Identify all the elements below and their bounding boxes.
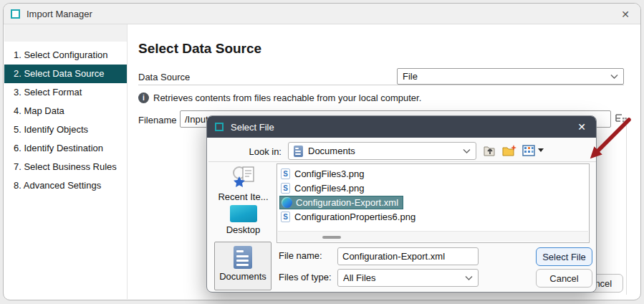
new-folder-icon[interactable] — [501, 143, 517, 158]
file-row[interactable]: ConfigFiles3.png — [277, 166, 589, 181]
file-row[interactable]: ConfigFiles4.png — [277, 181, 589, 195]
file-selection-highlight: Configuration-Export.xml — [279, 196, 403, 209]
import-manager-logo-icon — [11, 9, 20, 19]
page-title: Select Data Source — [138, 41, 261, 57]
file-name-label: File name: — [279, 248, 322, 264]
scrollbar-handle[interactable] — [322, 236, 341, 239]
files-of-type-label: Files of type: — [279, 270, 332, 285]
place-label: Desktop — [226, 224, 261, 235]
place-documents[interactable]: Documents — [214, 242, 271, 290]
documents-small-icon — [294, 146, 303, 157]
select-file-button-label: Select File — [542, 252, 586, 262]
place-label: Recent Ite... — [218, 191, 268, 202]
up-one-level-icon[interactable] — [482, 143, 498, 158]
select-file-dialog: Select File ✕ Look in: Documents — [206, 115, 597, 293]
data-source-value: File — [403, 71, 418, 82]
file-name: ConfigFiles3.png — [294, 168, 365, 179]
dialog-title: Select File — [231, 122, 274, 133]
places-panel: Recent Ite... Desktop Documents — [213, 163, 274, 293]
look-in-value: Documents — [308, 146, 355, 156]
data-source-select[interactable]: File — [397, 68, 624, 85]
place-desktop[interactable]: Desktop — [213, 205, 274, 235]
file-name: Configuration-Export.xml — [296, 197, 398, 208]
edge-file-icon — [282, 197, 292, 208]
sidebar-item-identify-objects[interactable]: 5. Identify Objects — [4, 120, 127, 139]
look-in-select[interactable]: Documents — [288, 142, 476, 160]
sidebar-top-strip — [4, 24, 127, 42]
place-recent-items[interactable]: Recent Ite... — [213, 165, 274, 202]
data-source-info-text: Retrieves contents from files reachable … — [153, 92, 421, 103]
sidebar-item-select-data-source[interactable]: 2. Select Data Source — [4, 65, 127, 83]
sidebar-item-map-data[interactable]: 4. Map Data — [4, 102, 127, 120]
file-row-selected[interactable]: Configuration-Export.xml — [277, 195, 589, 209]
snagit-file-icon — [281, 212, 290, 222]
file-name: ConfigurationProperties6.png — [294, 212, 415, 222]
sidebar-item-identify-destination[interactable]: 6. Identify Destination — [4, 139, 127, 158]
horizontal-scrollbar[interactable] — [278, 231, 588, 242]
documents-icon — [234, 246, 252, 269]
content-divider — [138, 85, 624, 85]
chevron-down-icon — [610, 74, 618, 79]
dialog-titlebar: Select File ✕ — [207, 116, 596, 138]
snagit-file-icon — [281, 183, 290, 194]
dialog-cancel-button-label: Cancel — [549, 273, 578, 284]
look-in-label: Look in: — [236, 144, 282, 160]
file-row[interactable]: ConfigurationProperties6.png — [277, 209, 589, 224]
place-label: Documents — [219, 271, 266, 282]
files-of-type-value: All Files — [343, 272, 376, 283]
steps-sidebar: 1. Select Configuration 2. Select Data S… — [4, 24, 128, 299]
filename-value: /Input — [185, 114, 208, 125]
file-name-value: Configuration-Export.xml — [342, 251, 445, 262]
views-caret-icon[interactable] — [538, 148, 544, 152]
dialog-logo-icon — [215, 123, 224, 131]
data-source-label: Data Source — [138, 72, 190, 82]
content-right-divider — [626, 125, 627, 295]
file-list: ConfigFiles3.png ConfigFiles4.png Config… — [277, 163, 590, 243]
snagit-file-icon — [281, 168, 290, 179]
sidebar-item-select-business-rules[interactable]: 7. Select Business Rules — [4, 158, 127, 176]
views-menu-icon[interactable] — [521, 143, 537, 158]
recent-items-icon — [231, 165, 256, 189]
desktop-icon — [230, 205, 257, 222]
close-icon[interactable]: ✕ — [610, 4, 640, 24]
file-name: ConfigFiles4.png — [294, 183, 365, 194]
sidebar-item-select-format[interactable]: 3. Select Format — [4, 83, 127, 102]
dialog-cancel-button[interactable]: Cancel — [536, 269, 592, 288]
dialog-close-icon[interactable]: ✕ — [567, 116, 596, 138]
select-file-button[interactable]: Select File — [536, 247, 592, 266]
info-icon: i — [138, 92, 149, 103]
sidebar-item-advanced-settings[interactable]: 8. Advanced Settings — [4, 176, 127, 195]
hierarchy-browse-icon[interactable] — [613, 112, 628, 126]
sidebar-item-select-configuration[interactable]: 1. Select Configuration — [4, 46, 127, 65]
files-of-type-select[interactable]: All Files — [337, 269, 479, 287]
file-name-input[interactable]: Configuration-Export.xml — [337, 247, 479, 265]
filename-label: Filename — [138, 115, 176, 125]
dialog-divider — [208, 161, 596, 162]
chevron-down-icon — [465, 275, 473, 280]
window-titlebar: Import Manager ✕ — [4, 4, 640, 24]
window-title: Import Manager — [27, 9, 92, 19]
chevron-down-icon — [463, 148, 471, 153]
